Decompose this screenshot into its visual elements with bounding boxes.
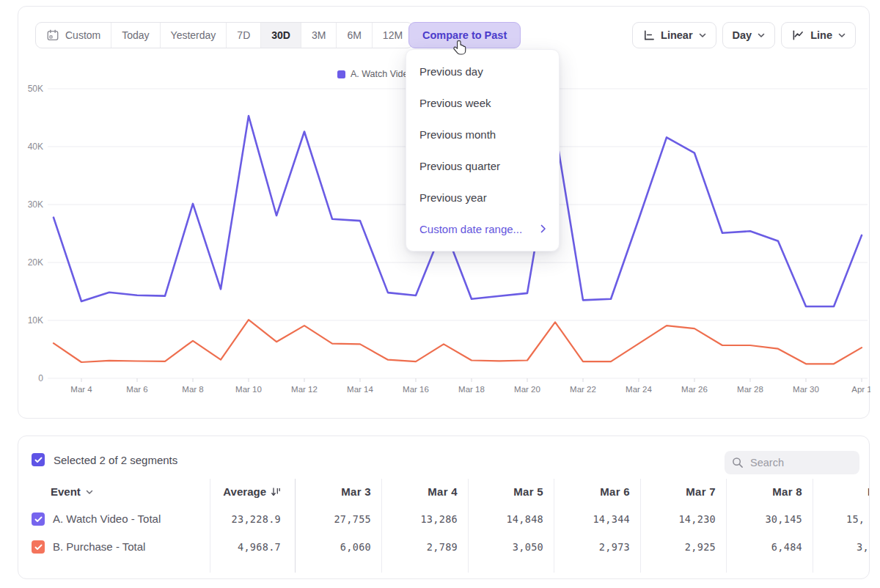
table-cell: 6,060 [295,533,381,561]
check-icon [34,544,43,551]
table-cell: 30,145 [726,505,813,533]
x-axis-label: Mar 8 [182,385,203,394]
average-cell: 4,968.7 [210,533,295,561]
preset-yesterday[interactable]: Yesterday [161,23,227,48]
chevron-down-icon [838,33,846,38]
date-column-header: Mar 5 [468,479,554,505]
search-box[interactable] [725,451,859,474]
hand-cursor-icon [452,39,468,56]
menu-item-previous-day[interactable]: Previous day [406,56,559,87]
table-row-label-watch-video: A. Watch Video - Total [18,505,210,533]
x-axis-label: Mar 4 [70,385,92,394]
table-cell: 14,848 [468,505,554,533]
menu-item-previous-quarter[interactable]: Previous quarter [406,150,559,182]
table-cell: 14,230 [640,505,726,533]
date-column-header: Mar 4 [381,479,468,505]
x-axis-label: Mar 6 [126,385,147,394]
segments-card: Selected 2 of 2 segments EventAverageMar… [18,436,870,579]
row-checkbox-purchase[interactable] [32,540,45,554]
column-separator-spacer [813,561,870,573]
preset-12m[interactable]: 12M [373,23,413,48]
average-cell: 23,228.9 [210,505,295,533]
table-row-label-purchase: B. Purchase - Total [18,533,210,561]
y-axis-label: 30K [28,199,43,210]
calendar-icon [46,29,59,42]
x-axis-label: Mar 24 [626,385,652,394]
chart-type-select-button[interactable]: Line [781,22,856,48]
preset-custom[interactable]: Custom [36,23,111,48]
average-column-header[interactable]: Average [210,479,295,505]
check-icon [34,457,43,463]
x-axis-label: Mar 18 [458,385,485,394]
y-axis-label: 0 [38,373,43,383]
legend-item-watch-video[interactable]: A. Watch Video [337,69,413,79]
x-axis-label: Mar 28 [737,385,763,394]
event-header-label: Event [51,479,81,505]
date-column-header-clipped: M [813,479,870,505]
check-icon [34,516,43,523]
y-axis-label: 50K [28,84,43,94]
column-separator-spacer [295,561,381,573]
row-checkbox-watch-video[interactable] [32,512,45,526]
date-column-header: Mar 8 [726,479,813,505]
interval-select-button[interactable]: Day [722,22,776,48]
chart-card: Custom Today Yesterday 7D 30D 3M 6M 12M … [18,6,870,419]
column-separator-spacer [468,561,554,573]
chart-controls: Linear Day Line [632,22,856,48]
preset-6m[interactable]: 6M [337,23,372,48]
series-line-purchase [54,320,862,364]
x-axis-label: Apr 1 [851,385,870,394]
x-axis-label: Mar 14 [347,385,373,394]
date-column-header: Mar 7 [640,479,726,505]
segment-label: B. Purchase - Total [53,533,145,561]
x-axis-label: Mar 26 [681,385,708,394]
x-axis-label: Mar 20 [514,385,540,394]
chevron-down-icon [699,33,706,38]
date-range-preset-group: Custom Today Yesterday 7D 30D 3M 6M 12M [35,22,414,48]
line-chart-icon [791,29,804,41]
linear-scale-icon [642,29,655,41]
chevron-right-icon [540,224,546,233]
preset-today[interactable]: Today [111,23,160,48]
table-cell: 2,789 [381,533,468,561]
menu-item-previous-year[interactable]: Previous year [406,182,559,213]
x-axis-label: Mar 10 [235,385,262,394]
select-all-checkbox[interactable] [32,453,45,466]
y-axis-label: 10K [28,315,43,326]
event-column-header[interactable]: Event [18,479,210,505]
segments-table: EventAverageMar 3Mar 4Mar 5Mar 6Mar 7Mar… [18,479,870,573]
preset-3m[interactable]: 3M [301,23,337,48]
segment-label: A. Watch Video - Total [53,505,161,533]
sort-descending-icon [271,487,281,497]
search-input[interactable] [750,457,846,468]
column-separator-spacer [640,561,726,573]
y-axis-label: 20K [28,257,43,268]
table-cell: 3,050 [468,533,554,561]
table-cell: 13,286 [381,505,468,533]
date-column-header: Mar 6 [554,479,640,505]
legend-swatch-purple [337,70,345,78]
scale-select-button[interactable]: Linear [632,22,716,48]
chevron-down-icon [86,490,93,495]
table-cell: 14,344 [554,505,640,533]
preset-custom-label: Custom [65,29,100,41]
table-cell: 27,755 [295,505,381,533]
menu-item-previous-week[interactable]: Previous week [406,87,559,119]
select-all-row: Selected 2 of 2 segments [32,453,177,466]
preset-7d[interactable]: 7D [227,23,261,48]
x-axis-label: Mar 22 [570,385,596,394]
preset-30d[interactable]: 30D [261,23,301,48]
column-separator-spacer [726,561,813,573]
column-separator-spacer [381,561,468,573]
menu-item-custom-date-range[interactable]: Custom date range... [406,213,559,245]
average-header-label: Average [223,479,266,505]
x-axis-label: Mar 12 [291,385,318,394]
table-cell-clipped: 3, [813,533,870,561]
selected-summary: Selected 2 of 2 segments [54,454,177,466]
table-cell: 6,484 [726,533,813,561]
column-separator-spacer [554,561,640,573]
insights-page: Custom Today Yesterday 7D 30D 3M 6M 12M … [0,0,880,588]
search-icon [732,457,744,468]
menu-item-previous-month[interactable]: Previous month [406,119,559,150]
compare-to-past-menu: Previous day Previous week Previous mont… [406,49,560,251]
